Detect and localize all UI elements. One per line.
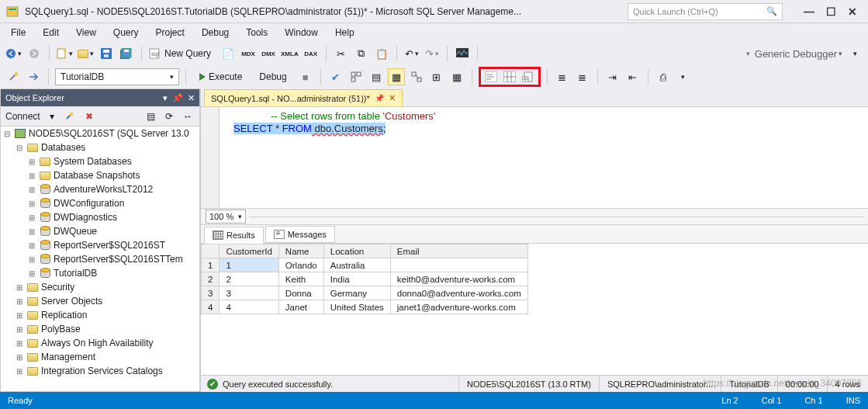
table-row[interactable]: 33DonnaGermanydonna0@adventure-works.com xyxy=(202,286,528,300)
menu-file[interactable]: File xyxy=(3,25,33,40)
cell[interactable]: janet1@adventure-works.com xyxy=(390,300,527,314)
refresh-icon[interactable]: ⟳ xyxy=(162,111,176,122)
database-selector[interactable]: TutorialDB ▾ xyxy=(55,68,179,85)
cell[interactable] xyxy=(390,258,527,272)
dax-query-icon[interactable]: DAX xyxy=(303,45,320,62)
tab-results[interactable]: Results xyxy=(204,227,264,244)
cell[interactable]: keith0@adventure-works.com xyxy=(390,272,527,286)
filter-icon[interactable]: ▤ xyxy=(144,111,157,122)
disconnect-icon[interactable] xyxy=(64,111,78,122)
engine-query-icon[interactable]: 📄 xyxy=(220,45,237,62)
paste-button[interactable]: 📋 xyxy=(373,45,390,62)
cut-button[interactable]: ✂ xyxy=(333,45,350,62)
pin-tab-icon[interactable]: 📌 xyxy=(375,94,384,102)
sync-icon[interactable]: ↔ xyxy=(181,111,195,122)
open-button[interactable]: ▾ xyxy=(77,45,95,62)
solution-combo[interactable]: ▾ xyxy=(549,45,751,62)
stop-icon[interactable]: ✖ xyxy=(82,111,96,122)
results-to-grid-button[interactable] xyxy=(501,68,518,85)
maximize-button[interactable]: ☐ xyxy=(820,3,842,20)
intellisense-icon[interactable]: ▦ xyxy=(388,68,405,85)
panel-close-icon[interactable]: ✕ xyxy=(188,93,195,103)
cell[interactable]: Australia xyxy=(323,258,390,272)
cell[interactable]: Orlando xyxy=(278,258,323,272)
new-query-button[interactable]: sql New Query xyxy=(148,45,216,62)
sql-editor[interactable]: -- Select rows from table 'Customers' SE… xyxy=(201,107,868,208)
generic-debugger-button[interactable]: Generic Debugger▾ xyxy=(754,45,843,62)
cell[interactable]: 1 xyxy=(220,258,278,272)
object-explorer-tree[interactable]: ⊟NODE5\SQL2016ST (SQL Server 13.0 ⊟Datab… xyxy=(1,127,199,391)
connect-label[interactable]: Connect xyxy=(5,111,40,122)
column-header[interactable]: CustomerId xyxy=(220,244,278,258)
tree-folder-node[interactable]: ⊞Server Objects xyxy=(1,294,199,308)
save-button[interactable] xyxy=(98,45,115,62)
menu-view[interactable]: View xyxy=(68,25,104,40)
tab-messages[interactable]: Messages xyxy=(265,226,335,243)
xmla-query-icon[interactable]: XMLA xyxy=(280,45,299,62)
connect-dropdown-icon[interactable]: ▾ xyxy=(45,111,59,122)
tree-db-node[interactable]: ⊞AdventureWorksLT2012 xyxy=(1,182,199,196)
menu-help[interactable]: Help xyxy=(327,25,362,40)
copy-button[interactable]: ⧉ xyxy=(353,45,370,62)
stop-button[interactable]: ■ xyxy=(297,68,314,85)
tree-folder-node[interactable]: ⊞Security xyxy=(1,280,199,294)
results-to-file-button[interactable] xyxy=(520,68,537,85)
document-tab[interactable]: SQLQuery1.sql - NO...administrator (51))… xyxy=(204,89,403,106)
connect-icon[interactable] xyxy=(5,68,22,85)
parse-button[interactable]: ✔ xyxy=(327,68,344,85)
undo-button[interactable]: ↶▾ xyxy=(403,45,420,62)
toolbar-overflow-icon[interactable]: ▾ xyxy=(846,45,863,62)
close-tab-icon[interactable]: ✕ xyxy=(389,93,396,103)
menu-project[interactable]: Project xyxy=(148,25,192,40)
cell[interactable]: 2 xyxy=(220,272,278,286)
nav-back-button[interactable]: ▾ xyxy=(5,45,22,62)
tree-folder-node[interactable]: ⊞PolyBase xyxy=(1,322,199,336)
menu-query[interactable]: Query xyxy=(105,25,147,40)
quick-launch-input[interactable]: Quick Launch (Ctrl+Q) 🔍 xyxy=(628,3,783,20)
new-item-button[interactable]: ▾ xyxy=(56,45,74,62)
live-stats-icon[interactable]: ⊞ xyxy=(428,68,445,85)
nav-fwd-button[interactable] xyxy=(26,45,43,62)
tree-db-node[interactable]: ⊞ReportServer$SQL2016STTem xyxy=(1,252,199,266)
cell[interactable]: India xyxy=(323,272,390,286)
redo-button[interactable]: ↷▾ xyxy=(424,45,441,62)
window-menu-icon[interactable]: ▾ xyxy=(163,93,168,103)
execute-button[interactable]: Execute xyxy=(192,68,249,85)
cell[interactable]: Keith xyxy=(278,272,323,286)
outdent-button[interactable]: ⇤ xyxy=(624,68,641,85)
results-grid[interactable]: CustomerIdNameLocationEmail 11OrlandoAus… xyxy=(201,244,868,375)
results-to-text-button[interactable] xyxy=(482,68,500,85)
dmx-query-icon[interactable]: DMX xyxy=(260,45,277,62)
tree-db-node[interactable]: ⊞DWConfiguration xyxy=(1,196,199,210)
tree-db-node[interactable]: ⊞DWDiagnostics xyxy=(1,210,199,224)
cell[interactable]: Germany xyxy=(323,286,390,300)
client-stats-icon[interactable]: ▦ xyxy=(448,68,465,85)
tree-folder-node[interactable]: ⊞Integration Services Catalogs xyxy=(1,364,199,378)
comment-button[interactable]: ≣ xyxy=(554,68,571,85)
table-row[interactable]: 22KeithIndiakeith0@adventure-works.com xyxy=(202,272,528,286)
tree-folder-node[interactable]: ⊞Always On High Availability xyxy=(1,336,199,350)
tree-snap-node[interactable]: ⊞Database Snapshots xyxy=(1,168,199,182)
tree-db-node[interactable]: ⊞TutorialDB xyxy=(1,266,199,280)
menu-debug[interactable]: Debug xyxy=(194,25,237,40)
table-row[interactable]: 44JanetUnited Statesjanet1@adventure-wor… xyxy=(202,300,528,314)
zoom-combo[interactable]: 100 %▾ xyxy=(206,210,246,224)
activity-monitor-icon[interactable] xyxy=(454,45,471,62)
cell[interactable]: Donna xyxy=(278,286,323,300)
actual-plan-icon[interactable] xyxy=(408,68,425,85)
column-header[interactable]: Email xyxy=(390,244,527,258)
menu-edit[interactable]: Edit xyxy=(35,25,67,40)
query-options-icon[interactable]: ▤ xyxy=(368,68,385,85)
uncomment-button[interactable]: ≣ xyxy=(574,68,591,85)
tree-db-node[interactable]: ⊞ReportServer$SQL2016ST xyxy=(1,238,199,252)
menu-window[interactable]: Window xyxy=(277,25,326,40)
cell[interactable]: Janet xyxy=(278,300,323,314)
close-button[interactable]: ✕ xyxy=(842,3,863,20)
toolbar2-overflow-icon[interactable]: ▾ xyxy=(675,68,692,85)
minimize-button[interactable]: — xyxy=(798,3,820,20)
menu-tools[interactable]: Tools xyxy=(238,25,275,40)
estimated-plan-icon[interactable] xyxy=(348,68,365,85)
tree-folder-node[interactable]: ⊞Management xyxy=(1,350,199,364)
cell[interactable]: 4 xyxy=(220,300,278,314)
mdx-query-icon[interactable]: MDX xyxy=(240,45,257,62)
